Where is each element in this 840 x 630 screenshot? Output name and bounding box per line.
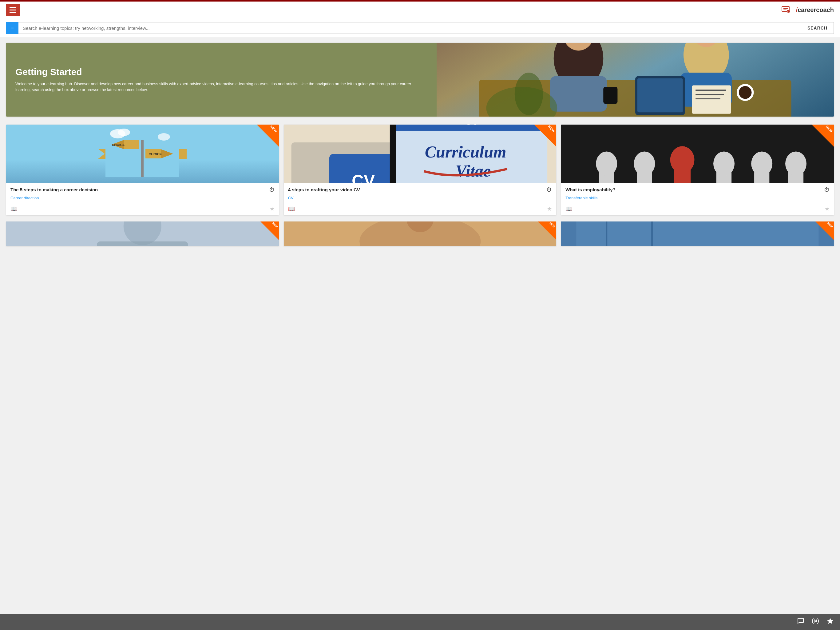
chat-button[interactable] [797,617,804,627]
card-3-title-text: What is employability? [565,187,824,193]
hamburger-line-3 [9,12,16,13]
svg-point-20 [739,86,752,99]
card-2-timer-icon: ⏱ [546,187,552,193]
svg-rect-9 [603,87,617,104]
hamburger-line-1 [9,7,16,8]
card-1-category[interactable]: Career direction [11,196,275,200]
svg-point-25 [118,128,130,136]
svg-point-77 [713,152,734,176]
card-employability[interactable]: NEW What is employability? ⏱ Transferabl… [561,125,834,215]
svg-point-74 [670,146,695,174]
partial-card-3[interactable]: NEW [561,222,834,246]
card-2-title-row: 4 steps to crafting your video CV ⏱ [288,187,552,193]
card-3-bookmark-icon[interactable]: 📖 [565,206,572,212]
partial-card-2-image [284,222,556,246]
svg-point-80 [752,152,773,176]
card-video-cv[interactable]: CV [284,125,556,215]
app-logo: icareercoach [796,6,834,14]
svg-rect-86 [97,242,188,246]
card-2-footer: 📖 ★ [288,203,552,212]
logo-name: careercoach [797,6,834,13]
top-navigation: i icareercoach [0,0,840,19]
hero-scene-graphic [437,43,834,117]
card-1-image: CHOICE CHOICE CHOICE [6,125,279,183]
card-3-category[interactable]: Transferable skills [565,196,829,200]
svg-text:CV: CV [352,171,375,183]
card-3-timer-icon: ⏱ [824,187,829,193]
search-bar: ≡ SEARCH [0,19,840,38]
filter-icon: ≡ [11,25,14,32]
svg-text:i: i [788,11,788,13]
card-3-body: What is employability? ⏱ Transferable sk… [561,183,834,215]
search-button[interactable]: SEARCH [801,22,834,34]
bottom-bar [0,614,840,630]
svg-point-68 [596,152,617,176]
card-3-star-icon[interactable]: ★ [825,206,829,212]
partial-card-1-image [6,222,279,246]
favorites-button[interactable] [826,617,834,627]
svg-text:Curriculum: Curriculum [425,143,506,161]
search-filter-button[interactable]: ≡ [6,22,19,34]
top-nav-right: i icareercoach [781,6,834,14]
card-2-title-text: 4 steps to crafting your video CV [288,187,547,193]
hero-title: Getting Started [15,67,427,77]
hero-text-area: Getting Started Welcome to your e-learni… [6,43,437,117]
card-2-star-icon[interactable]: ★ [547,206,552,212]
hero-description: Welcome to your e-learning hub. Discover… [15,81,427,93]
svg-rect-1 [783,8,788,9]
hero-image [437,43,834,117]
card-1-footer: 📖 ★ [11,203,275,212]
svg-text:CV: CV [464,125,478,127]
card-career-decision[interactable]: CHOICE CHOICE CHOICE [6,125,279,215]
svg-point-83 [785,152,807,176]
partial-card-2[interactable]: NEW [284,222,556,246]
card-2-category[interactable]: CV [288,196,552,200]
svg-rect-2 [783,9,786,10]
cards-grid: CHOICE CHOICE CHOICE [0,122,840,222]
card-1-title-text: The 5 steps to making a career decision [11,187,269,193]
svg-rect-91 [576,222,819,246]
card-1-body: The 5 steps to making a career decision … [6,183,279,215]
svg-text:CHOICE: CHOICE [149,152,162,156]
svg-rect-8 [550,76,607,111]
partial-card-1[interactable]: NEW [6,222,279,246]
card-2-body: 4 steps to crafting your video CV ⏱ CV 📖… [284,183,556,215]
partial-card-3-image [561,222,834,246]
card-1-title-row: The 5 steps to making a career decision … [11,187,275,193]
svg-rect-14 [637,78,683,112]
search-input[interactable] [19,22,801,34]
hamburger-line-2 [9,9,16,11]
card-3-image: NEW [561,125,834,183]
card-2-bookmark-icon[interactable]: 📖 [288,206,295,212]
svg-point-22 [515,73,543,115]
svg-point-26 [158,133,170,141]
svg-point-71 [634,152,655,176]
broadcast-button[interactable] [812,617,819,627]
hero-banner: Getting Started Welcome to your e-learni… [6,43,834,117]
card-2-image: CV [284,125,556,183]
svg-text:Vitae: Vitae [455,162,490,180]
partial-cards-row: NEW NEW NEW [0,222,840,268]
card-3-footer: 📖 ★ [565,203,829,212]
card-1-star-icon[interactable]: ★ [270,206,275,212]
card-1-bookmark-icon[interactable]: 📖 [11,206,17,212]
card-3-title-row: What is employability? ⏱ [565,187,829,193]
card-1-timer-icon: ⏱ [269,187,275,193]
svg-text:CHOICE: CHOICE [112,143,125,147]
user-icon-button[interactable]: i [781,6,790,14]
hamburger-menu-button[interactable] [6,4,20,16]
